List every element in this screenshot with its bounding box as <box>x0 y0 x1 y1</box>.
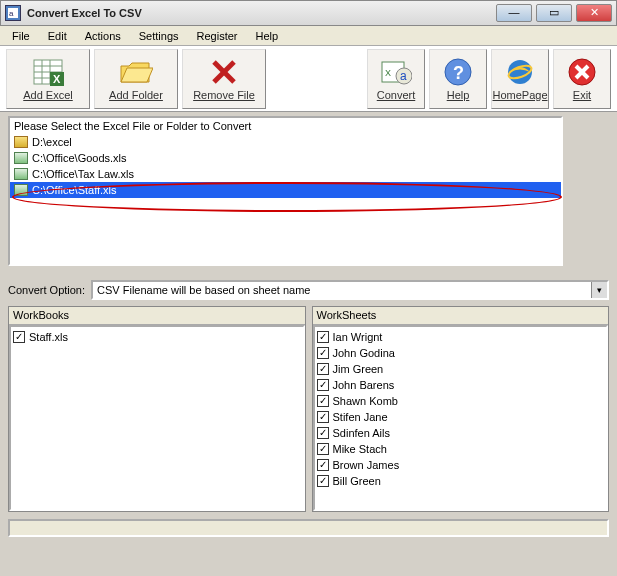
checkbox[interactable]: ✓ <box>317 411 329 423</box>
list-item[interactable]: ✓Staff.xls <box>13 329 301 345</box>
workbooks-list[interactable]: ✓Staff.xls <box>9 325 305 511</box>
add-excel-button[interactable]: X Add Excel <box>6 49 90 109</box>
menu-file[interactable]: File <box>4 28 38 44</box>
menubar: File Edit Actions Settings Register Help <box>0 26 617 46</box>
checkbox[interactable]: ✓ <box>317 427 329 439</box>
remove-file-button[interactable]: Remove File <box>182 49 266 109</box>
list-item-label: Mike Stach <box>333 443 387 455</box>
remove-icon <box>207 57 241 87</box>
toolbar: X Add Excel Add Folder Remove File Xa Co… <box>0 46 617 112</box>
checkbox[interactable]: ✓ <box>317 443 329 455</box>
file-entry[interactable]: C:\Office\Goods.xls <box>10 150 561 166</box>
file-list-header: Please Select the Excel File or Folder t… <box>10 118 561 134</box>
convert-icon: Xa <box>379 57 413 87</box>
help-icon: ? <box>441 57 475 87</box>
list-item-label: Staff.xls <box>29 331 68 343</box>
list-item[interactable]: ✓John Barens <box>317 377 605 393</box>
list-item-label: John Godina <box>333 347 395 359</box>
list-item-label: Bill Green <box>333 475 381 487</box>
file-entry-path: D:\excel <box>32 136 72 148</box>
list-item-label: Jim Green <box>333 363 384 375</box>
menu-settings[interactable]: Settings <box>131 28 187 44</box>
convert-option-combo[interactable]: CSV Filename will be based on sheet name… <box>91 280 609 300</box>
checkbox[interactable]: ✓ <box>317 475 329 487</box>
list-item[interactable]: ✓Bill Green <box>317 473 605 489</box>
chevron-down-icon: ▾ <box>591 282 607 298</box>
folder-icon <box>14 136 28 148</box>
maximize-button[interactable]: ▭ <box>536 4 572 22</box>
checkbox[interactable]: ✓ <box>317 363 329 375</box>
excel-file-icon <box>14 152 28 164</box>
list-item-label: Ian Wrignt <box>333 331 383 343</box>
convert-option-value: CSV Filename will be based on sheet name <box>97 284 310 296</box>
list-item-label: Stifen Jane <box>333 411 388 423</box>
homepage-button[interactable]: HomePage <box>491 49 549 109</box>
file-list[interactable]: Please Select the Excel File or Folder t… <box>8 116 563 266</box>
app-icon: a <box>5 5 21 21</box>
exit-icon <box>565 57 599 87</box>
checkbox[interactable]: ✓ <box>317 331 329 343</box>
list-item-label: John Barens <box>333 379 395 391</box>
convert-button[interactable]: Xa Convert <box>367 49 425 109</box>
list-item[interactable]: ✓John Godina <box>317 345 605 361</box>
statusbar <box>8 519 609 537</box>
worksheets-list[interactable]: ✓Ian Wrignt✓John Godina✓Jim Green✓John B… <box>313 325 609 511</box>
svg-text:X: X <box>53 73 61 85</box>
file-entry[interactable]: C:\Office\Staff.xls <box>10 182 561 198</box>
file-entry[interactable]: C:\Office\Tax Law.xls <box>10 166 561 182</box>
folder-icon <box>119 57 153 87</box>
menu-register[interactable]: Register <box>189 28 246 44</box>
checkbox[interactable]: ✓ <box>317 395 329 407</box>
file-entry-path: C:\Office\Staff.xls <box>32 184 117 196</box>
window-title: Convert Excel To CSV <box>27 7 496 19</box>
checkbox[interactable]: ✓ <box>13 331 25 343</box>
add-folder-button[interactable]: Add Folder <box>94 49 178 109</box>
close-button[interactable]: ✕ <box>576 4 612 22</box>
menu-help[interactable]: Help <box>248 28 287 44</box>
ie-icon <box>503 57 537 87</box>
list-item-label: Shawn Komb <box>333 395 398 407</box>
list-item[interactable]: ✓Mike Stach <box>317 441 605 457</box>
convert-option-label: Convert Option: <box>8 284 85 296</box>
exit-button[interactable]: Exit <box>553 49 611 109</box>
list-item[interactable]: ✓Brown James <box>317 457 605 473</box>
file-entry[interactable]: D:\excel <box>10 134 561 150</box>
svg-text:a: a <box>400 69 407 83</box>
list-item[interactable]: ✓Sdinfen Ails <box>317 425 605 441</box>
checkbox[interactable]: ✓ <box>317 379 329 391</box>
svg-text:X: X <box>385 68 391 78</box>
list-item-label: Sdinfen Ails <box>333 427 390 439</box>
help-button[interactable]: ? Help <box>429 49 487 109</box>
minimize-button[interactable]: — <box>496 4 532 22</box>
svg-text:?: ? <box>453 63 464 83</box>
excel-icon: X <box>31 57 65 87</box>
checkbox[interactable]: ✓ <box>317 459 329 471</box>
list-item[interactable]: ✓Stifen Jane <box>317 409 605 425</box>
workbooks-header: WorkBooks <box>9 307 305 325</box>
file-entry-path: C:\Office\Tax Law.xls <box>32 168 134 180</box>
worksheets-panel: WorkSheets ✓Ian Wrignt✓John Godina✓Jim G… <box>312 306 610 512</box>
titlebar: a Convert Excel To CSV — ▭ ✕ <box>0 0 617 26</box>
checkbox[interactable]: ✓ <box>317 347 329 359</box>
workbooks-panel: WorkBooks ✓Staff.xls <box>8 306 306 512</box>
svg-text:a: a <box>9 9 14 18</box>
worksheets-header: WorkSheets <box>313 307 609 325</box>
menu-actions[interactable]: Actions <box>77 28 129 44</box>
list-item[interactable]: ✓Shawn Komb <box>317 393 605 409</box>
list-item[interactable]: ✓Ian Wrignt <box>317 329 605 345</box>
file-entry-path: C:\Office\Goods.xls <box>32 152 127 164</box>
list-item[interactable]: ✓Jim Green <box>317 361 605 377</box>
menu-edit[interactable]: Edit <box>40 28 75 44</box>
list-item-label: Brown James <box>333 459 400 471</box>
excel-file-icon <box>14 184 28 196</box>
excel-file-icon <box>14 168 28 180</box>
